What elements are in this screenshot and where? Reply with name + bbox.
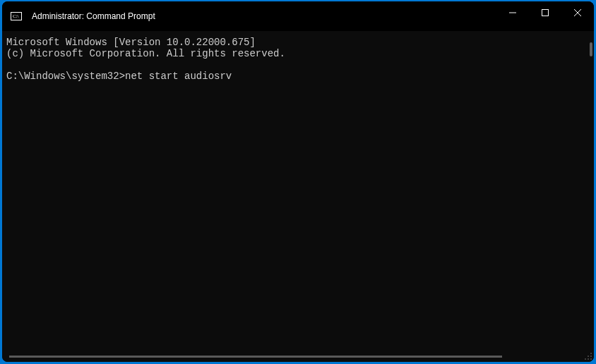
resize-grip[interactable] (583, 351, 592, 360)
svg-point-11 (590, 358, 592, 360)
maximize-icon (542, 9, 549, 16)
terminal-output[interactable]: Microsoft Windows [Version 10.0.22000.67… (2, 31, 594, 362)
svg-text:C:\: C:\ (13, 13, 19, 19)
copyright-line: (c) Microsoft Corporation. All rights re… (6, 48, 590, 59)
svg-point-7 (588, 356, 589, 357)
vertical-scrollbar[interactable] (590, 42, 592, 56)
svg-point-8 (590, 356, 592, 357)
minimize-icon (509, 9, 516, 16)
svg-point-9 (585, 358, 586, 360)
prompt-text: C:\Windows\system32> (6, 71, 125, 82)
resize-grip-icon (583, 351, 592, 360)
window-title: Administrator: Command Prompt (32, 11, 496, 21)
svg-rect-3 (542, 10, 549, 16)
svg-point-10 (588, 358, 589, 360)
svg-point-6 (590, 353, 592, 354)
command-line: C:\Windows\system32>net start audiosrv (6, 71, 590, 82)
horizontal-scrollbar[interactable] (9, 356, 502, 358)
command-text: net start audiosrv (125, 71, 232, 82)
blank-line (6, 59, 590, 71)
command-prompt-window: C:\ Administrator: Command Prompt (2, 1, 594, 362)
close-button[interactable] (561, 1, 594, 24)
cmd-icon: C:\ (11, 11, 22, 22)
version-line: Microsoft Windows [Version 10.0.22000.67… (6, 37, 590, 48)
minimize-button[interactable] (496, 1, 529, 24)
close-icon (574, 9, 581, 16)
maximize-button[interactable] (529, 1, 561, 24)
titlebar[interactable]: C:\ Administrator: Command Prompt (2, 1, 594, 31)
window-controls (496, 1, 594, 31)
